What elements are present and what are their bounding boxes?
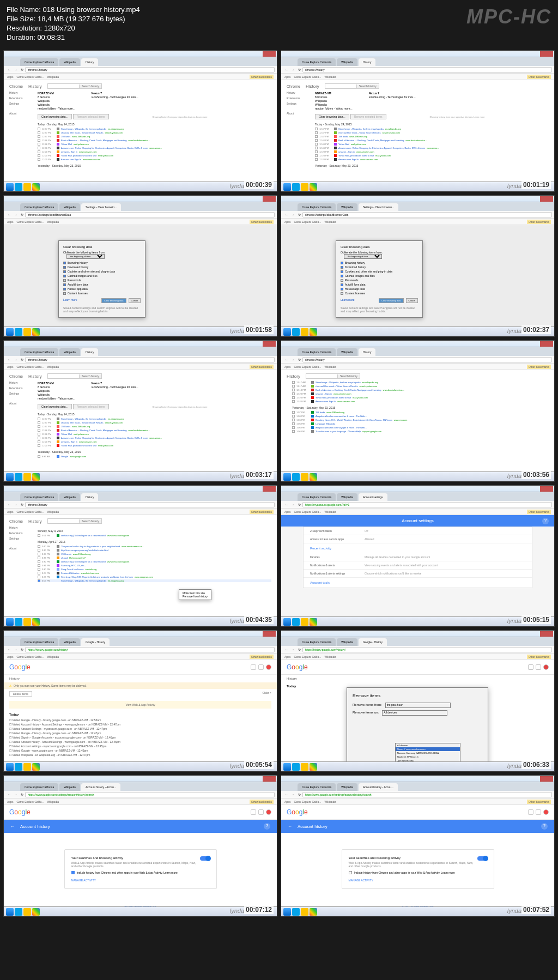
row-checkbox[interactable] — [315, 135, 318, 138]
history-row[interactable]: 12:47 PMStonehenge - Wikipedia, the free… — [38, 128, 271, 130]
history-row[interactable]: 11:17 AMcharcoal filter mask - Yahoo Sea… — [292, 385, 549, 388]
tab-explore[interactable]: Come Explore California — [20, 58, 58, 66]
row-checkbox[interactable] — [315, 150, 318, 153]
row-checkbox[interactable] — [38, 440, 40, 443]
history-item[interactable]: ☐ Visited Sign in - Google Accounts - ac… — [9, 736, 271, 739]
history-row[interactable]: 3:30 PMSong Gee of ionSource ionsinfo.or… — [38, 568, 271, 571]
row-checkbox[interactable] — [38, 143, 40, 146]
history-row[interactable]: 12:47 PM198 lands www.198lands.org — [315, 135, 549, 138]
history-row[interactable]: 1:06 PMLanguage Wikipedia — [292, 422, 549, 425]
history-row[interactable]: 12:46 PMBank of America — Banking, Credi… — [38, 139, 271, 142]
history-row[interactable]: 12:46 PMYahoo Mail mail.yahoo.com — [315, 143, 549, 146]
bookmark-link[interactable]: Come Explore Califo... — [16, 75, 44, 78]
remove-from-select[interactable]: the past hour — [385, 703, 451, 708]
row-checkbox[interactable] — [315, 158, 318, 161]
row-checkbox[interactable] — [38, 429, 40, 432]
device-option[interactable]: Nexus 7 nonecamefromrnom — [396, 747, 460, 751]
row-checkbox[interactable] — [292, 422, 295, 425]
help-icon[interactable]: ? — [264, 823, 270, 830]
history-item[interactable]: ☐ Visited Account history - Account Sett… — [9, 723, 271, 726]
row-checkbox[interactable] — [315, 139, 318, 142]
history-row[interactable]: 11:17 AMStonehenge - Wikipedia, the free… — [292, 381, 549, 384]
history-row[interactable]: 12:20 PMYahoo Mail, photodoors failed to… — [292, 396, 549, 399]
history-item[interactable]: ☐ Visited Account Settings - myaccount.g… — [9, 727, 271, 730]
row-checkbox[interactable] — [315, 147, 318, 149]
window-close-button[interactable] — [263, 51, 276, 57]
history-row[interactable]: 12:47 PMcharcoal filter mask - Yahoo Sea… — [38, 421, 271, 424]
history-row[interactable]: 1:06 PMAcapulco Weather.com voyager & ne… — [292, 426, 549, 429]
back-icon[interactable]: ← — [10, 824, 15, 829]
apps-button[interactable]: Apps — [7, 75, 13, 78]
ctx-remove-history[interactable]: Remove from history — [183, 595, 208, 598]
clear-btn[interactable]: Clear browsing data — [101, 298, 126, 303]
history-row[interactable]: 3:32 PMionSourcing | Technologies for a … — [38, 560, 271, 563]
ie-icon[interactable] — [15, 183, 22, 191]
bookmark-link[interactable]: Wikipedia — [47, 75, 59, 78]
row-checkbox[interactable] — [38, 150, 40, 153]
sidebar-extensions[interactable]: Extensions — [9, 96, 31, 100]
history-row[interactable]: 12:20 PMamazon - Sign in www.amazon.com — [38, 150, 271, 153]
history-row[interactable]: 12:18 PMBank of America — Banking, Credi… — [292, 389, 549, 391]
row-checkbox[interactable] — [38, 147, 40, 149]
tab-history[interactable]: History — [81, 58, 99, 66]
avatar-icon[interactable] — [266, 664, 271, 670]
time-range-select[interactable]: the beginning of time — [66, 254, 105, 259]
row-checkbox[interactable] — [38, 418, 40, 420]
history-row[interactable]: 12:20 PMYahoo Mail, photodoors failed to… — [315, 154, 549, 157]
clear-browsing-button[interactable]: Clear browsing data... — [38, 114, 72, 119]
bell-icon[interactable] — [258, 664, 264, 670]
device-option[interactable]: Noname Samsung SAMSUNG-SGH-I896A — [396, 751, 460, 755]
row-checkbox[interactable] — [38, 572, 40, 574]
history-item[interactable]: ☐ Visited Google - History - history.goo… — [9, 718, 271, 722]
row-checkbox[interactable] — [38, 433, 40, 435]
device-option[interactable]: Nooberrit SP Nexus 5 — [396, 755, 460, 759]
cancel-btn[interactable]: Cancel — [129, 298, 141, 303]
row-checkbox[interactable] — [292, 419, 295, 421]
history-search[interactable]: Search history — [47, 83, 102, 89]
history-row[interactable]: 1:06 PMAcapulco Weather.com weather & ne… — [292, 415, 549, 418]
row-checkbox[interactable] — [292, 381, 295, 384]
row-checkbox[interactable] — [38, 128, 40, 130]
row-checkbox[interactable] — [38, 553, 40, 555]
history-row[interactable]: 12:47 PM198 lands www.198lands.org — [38, 425, 271, 428]
history-row[interactable]: 12:20 PMAmazon.com Sign In www.amazon.co… — [292, 400, 549, 403]
history-row[interactable]: 12:46 PMYahoo Mail mail.yahoo.com — [38, 433, 271, 435]
row-checkbox[interactable] — [38, 545, 40, 548]
tab-wikipedia[interactable]: Wikipedia — [59, 58, 80, 66]
history-row[interactable]: 1:06 PMTranslate.com in your language - … — [292, 430, 549, 433]
row-checkbox[interactable] — [292, 415, 295, 418]
chrome-icon[interactable] — [32, 183, 40, 191]
row-checkbox[interactable] — [38, 564, 40, 567]
history-item[interactable]: ☐ Visited Google - History - history.goo… — [9, 731, 271, 735]
row-checkbox[interactable] — [38, 576, 40, 578]
history-row[interactable]: 12:46 PMAmazon.com: Online Shopping for … — [315, 147, 549, 149]
view-activity-banner[interactable]: View Web & App Activity — [9, 701, 271, 709]
history-row[interactable]: 3:34 PM198 Lands www.198lands.org — [38, 553, 271, 555]
row-checkbox[interactable] — [292, 392, 295, 395]
history-row[interactable]: 3:28 PMSee shop; Shop GIS; Organic & die… — [38, 576, 271, 578]
history-item[interactable]: ☐ Visited Account settings - myaccount.g… — [9, 745, 271, 748]
row-checkbox[interactable] — [38, 437, 40, 439]
history-row[interactable]: 3:31 PMSamsung, HTC, LG, etc... — [38, 564, 271, 567]
row-checkbox[interactable] — [315, 128, 318, 130]
row-checkbox[interactable] — [315, 131, 318, 134]
delete-items-btn[interactable]: Delete items — [9, 691, 32, 697]
history-row[interactable]: 12:47 PM198 lands www.198lands.org — [38, 135, 271, 138]
row-checkbox[interactable] — [38, 560, 40, 563]
history-row[interactable]: 12:20 PMAmazon.com Sign In www.amazon.co… — [315, 158, 549, 161]
row-checkbox[interactable] — [38, 135, 40, 138]
explorer-icon[interactable] — [23, 183, 31, 191]
row-checkbox[interactable] — [292, 400, 295, 403]
history-row[interactable]: 3:35 PMhttp://cms.acagencynow.org/michel… — [38, 549, 271, 552]
history-row[interactable]: 12:20 PMamazon - Sign in www.amazon.com — [292, 392, 549, 395]
url-field[interactable]: chrome://history — [25, 67, 275, 72]
history-row[interactable]: 12:47 PMcharcoal filter mask - Yahoo Sea… — [38, 131, 271, 134]
history-row[interactable]: 12:20 PMYahoo Mail, photodoors failed to… — [38, 444, 271, 447]
row-checkbox[interactable] — [315, 143, 318, 146]
sidebar-settings[interactable]: Settings — [9, 102, 31, 105]
manage-activity-link[interactable]: MANAGE ACTIVITY — [71, 879, 210, 882]
activity-toggle[interactable] — [200, 856, 210, 861]
row-checkbox[interactable] — [292, 385, 295, 388]
row-checkbox[interactable] — [38, 549, 40, 552]
remove-on-select[interactable]: All devices — [382, 710, 447, 716]
